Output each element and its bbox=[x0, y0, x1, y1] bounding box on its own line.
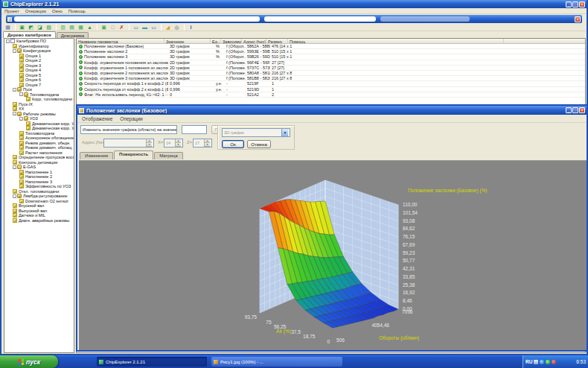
column-header[interactable]: Помощь bbox=[288, 39, 504, 43]
table-row[interactable]: Положение заслонки 33D график%f (Оборот.… bbox=[77, 54, 585, 60]
action-combobox[interactable]: Изменить значения графика (области) на з… bbox=[80, 125, 177, 134]
expander-icon[interactable]: – bbox=[19, 92, 23, 96]
table-row[interactable]: Флаг: Не использовать переход, К1->К2: 1… bbox=[77, 92, 585, 98]
dialog-tab-1[interactable]: Поверхность bbox=[114, 150, 153, 159]
tree-item[interactable]: –Лямбда-регулирование bbox=[4, 194, 74, 199]
cancel-button[interactable]: Отмена bbox=[247, 140, 271, 148]
matrix-view-icon[interactable]: ▭ bbox=[150, 23, 158, 31]
column-header[interactable]: Название параметра bbox=[77, 39, 164, 43]
table-row[interactable]: Положение заслонки (Базовое)3D график%f … bbox=[77, 44, 585, 49]
address-spinner[interactable]: ▲▼ bbox=[146, 139, 152, 147]
dialog-tab-2[interactable]: Матрица bbox=[154, 152, 182, 159]
sync-icon[interactable]: ▦ bbox=[77, 23, 85, 31]
import-icon[interactable]: ▥ bbox=[59, 23, 67, 31]
column-header[interactable]: Адрес (hex) bbox=[242, 39, 266, 43]
graph-type-combobox[interactable]: 3D график ▼ bbox=[222, 128, 290, 137]
expander-icon[interactable]: – bbox=[13, 194, 16, 198]
taskbar-task-0[interactable]: ChipExplorer 2.1.21 bbox=[97, 357, 207, 367]
dialog-close-icon[interactable]: ✕ bbox=[579, 107, 585, 113]
chevron-down-icon[interactable]: ▼ bbox=[281, 129, 288, 136]
keyboard-icon[interactable] bbox=[534, 360, 538, 364]
table-row[interactable]: Коэфф. ограничения положения эл.заслонки… bbox=[77, 60, 585, 66]
tab-tree[interactable]: Дерево калибровок bbox=[3, 31, 56, 38]
z-label: Z= bbox=[187, 140, 192, 145]
upload-icon[interactable]: ▲ bbox=[86, 23, 94, 31]
delete-icon[interactable]: ✗ bbox=[118, 23, 126, 31]
table-view-icon[interactable]: ▭ bbox=[132, 23, 140, 31]
volume-icon[interactable] bbox=[540, 360, 544, 364]
table-row[interactable]: Коэфф. ограничения 1 положения эл.заслон… bbox=[77, 66, 585, 71]
minimize-icon[interactable]: _ bbox=[566, 1, 572, 7]
document-close-icon[interactable]: ✕ bbox=[575, 16, 581, 22]
menu-item-2[interactable]: Окно bbox=[52, 9, 63, 13]
start-button[interactable]: пуск bbox=[0, 355, 58, 368]
export-icon[interactable]: ▤ bbox=[68, 23, 76, 31]
z-size-spinner[interactable]: ▲▼ bbox=[204, 139, 210, 147]
x-size-spinner[interactable]: ▲▼ bbox=[175, 139, 181, 147]
value-input[interactable] bbox=[182, 125, 207, 134]
table-cell: Коэфф. ограничения положения эл.заслонки… bbox=[77, 60, 168, 65]
dialog-minimize-icon[interactable]: _ bbox=[566, 107, 572, 113]
table-row[interactable]: Коэфф. ограничения 3 положения эл.заслон… bbox=[77, 76, 585, 81]
chart-icon[interactable]: ◢ bbox=[164, 23, 172, 31]
expander-icon[interactable]: – bbox=[6, 39, 10, 43]
menu-item-0[interactable]: Проект bbox=[4, 9, 19, 13]
tree-item-label: Наполнение 2 bbox=[25, 174, 52, 179]
parameter-name: Флаг: Не использовать переход, К1->К2: 1… bbox=[84, 92, 168, 97]
chart-view-icon[interactable]: ▬ bbox=[141, 23, 149, 31]
search-icon[interactable]: ◎ bbox=[173, 23, 181, 31]
read-chip-icon[interactable]: ◩ bbox=[27, 23, 35, 31]
column-header[interactable]: Значение bbox=[164, 39, 211, 43]
table-row[interactable]: Скорость перехода от коэфф.1 к коэфф.2 (… bbox=[77, 81, 585, 86]
table-row[interactable]: Скорость перехода от коэфф.2 к коэфф.1 (… bbox=[77, 87, 585, 92]
expander-icon[interactable]: – bbox=[13, 165, 16, 169]
table-cell: f (Положе... bbox=[225, 71, 246, 75]
table-row[interactable]: Коэфф. ограничения 2 положения эл.заслон… bbox=[77, 71, 585, 76]
language-indicator[interactable]: RU bbox=[525, 359, 532, 364]
menu-display[interactable]: Отображение bbox=[82, 116, 112, 121]
shield-icon[interactable] bbox=[552, 360, 556, 364]
x-size-input[interactable]: 14 ▲▼ bbox=[164, 139, 183, 147]
expander-icon[interactable]: – bbox=[13, 112, 16, 115]
blank-page-icon[interactable]: □ bbox=[109, 23, 117, 31]
table-cell: - bbox=[225, 87, 246, 92]
menu-item-3[interactable]: Помощь bbox=[68, 9, 86, 13]
tab-diagram[interactable]: Диаграмма bbox=[57, 32, 89, 38]
taskbar-task-1[interactable]: Рису1.jpg (100%) - ... bbox=[211, 357, 342, 367]
check-icon bbox=[13, 155, 17, 159]
column-header[interactable]: Размер bbox=[266, 39, 288, 43]
surface-chart-area[interactable]: 0,008,4616,9225,3833,8542,3150,7759,2367… bbox=[79, 160, 587, 350]
z-tick-label: 93,08 bbox=[403, 218, 415, 223]
copy-map-icon[interactable]: ▣ bbox=[100, 23, 108, 31]
dialog-tab-0[interactable]: Изменения bbox=[80, 152, 113, 159]
z-size-input[interactable]: 17 ▲▼ bbox=[193, 139, 212, 147]
expander-icon[interactable]: – bbox=[13, 49, 16, 53]
expander-icon[interactable]: – bbox=[13, 88, 16, 92]
compare-icon[interactable]: ▧ bbox=[45, 23, 53, 31]
update-icon[interactable] bbox=[546, 360, 550, 364]
ok-button[interactable]: Ок bbox=[222, 140, 244, 148]
parameter-icon bbox=[79, 92, 83, 96]
table-cell: Скорость перехода от коэфф.2 к коэфф.1 (… bbox=[77, 87, 168, 92]
column-header[interactable]: Зависимо... bbox=[221, 39, 242, 43]
write-chip-icon[interactable]: ◪ bbox=[36, 23, 44, 31]
menu-operations[interactable]: Операции bbox=[120, 116, 142, 121]
save-icon[interactable]: ▦ bbox=[4, 23, 12, 31]
table-row[interactable]: Положение заслонки 23D график%f (Оборот.… bbox=[77, 49, 585, 54]
tree-item[interactable]: Определение пропусков воспл bbox=[4, 155, 74, 160]
document-titlebar[interactable]: ✕ bbox=[6, 15, 582, 23]
surface-3d-plot[interactable]: 0,008,4616,9225,3833,8542,3150,7759,2367… bbox=[79, 161, 587, 350]
expander-icon[interactable]: – bbox=[19, 117, 23, 121]
dialog-titlebar[interactable]: Положение заслонки (Базовое) _ □ ✕ bbox=[77, 106, 587, 115]
menu-item-1[interactable]: Операции bbox=[25, 9, 46, 13]
close-icon[interactable]: ✕ bbox=[579, 1, 585, 7]
load-project-icon[interactable]: ▣ bbox=[18, 23, 26, 31]
info-icon[interactable]: i bbox=[187, 23, 195, 31]
parameter-name: Коэфф. ограничения положения эл.заслонки… bbox=[84, 60, 168, 65]
main-titlebar[interactable]: ChipExplorer 2.1.21 _ □ ✕ bbox=[1, 0, 587, 8]
maximize-icon[interactable]: □ bbox=[572, 1, 578, 7]
tree-item[interactable]: Диагн. аварийные режимы bbox=[4, 218, 74, 223]
address-input[interactable]: ▲▼ bbox=[103, 139, 154, 147]
dialog-maximize-icon[interactable]: □ bbox=[572, 107, 578, 113]
column-header[interactable]: Ед... bbox=[211, 39, 221, 43]
